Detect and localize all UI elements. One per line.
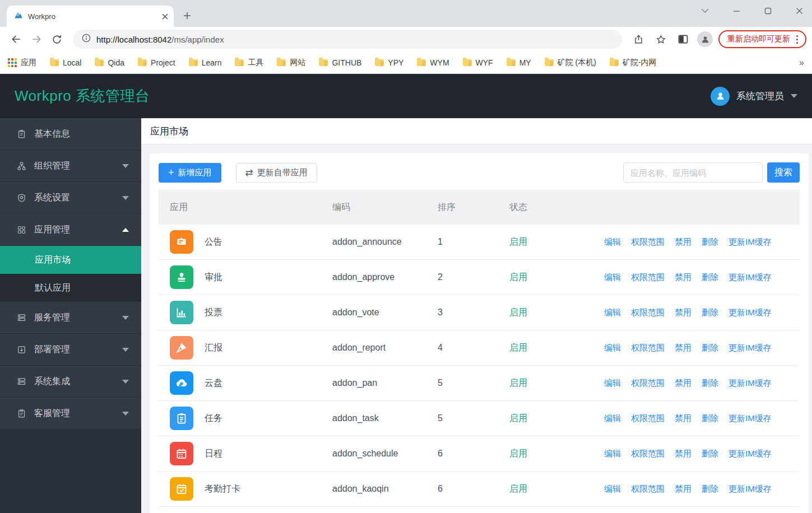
bookmark-item[interactable]: Learn — [189, 58, 222, 67]
org-chart-icon — [17, 161, 26, 171]
bookmark-item[interactable]: Project — [138, 58, 175, 67]
window-menu-chevron-icon[interactable] — [697, 2, 713, 19]
disable-link[interactable]: 禁用 — [675, 237, 692, 248]
user-menu[interactable]: 系统管理员 — [711, 87, 797, 106]
refresh-im-cache-link[interactable]: 更新IM缓存 — [729, 413, 772, 424]
browser-tab[interactable]: Workpro — [7, 6, 174, 27]
bookmark-item[interactable]: GITHUB — [319, 58, 361, 67]
disable-link[interactable]: 禁用 — [675, 378, 692, 389]
back-icon[interactable] — [8, 31, 25, 48]
sidebar-item-system-settings[interactable]: 系统设置 — [0, 182, 141, 214]
disable-link[interactable]: 禁用 — [675, 272, 692, 283]
permission-scope-link[interactable]: 权限范围 — [631, 378, 665, 389]
disable-link[interactable]: 禁用 — [675, 449, 692, 459]
bookmark-item[interactable]: Local — [50, 58, 81, 67]
chevron-down-icon — [122, 348, 129, 352]
sidebar-subitem-app-market[interactable]: 应用市场 — [0, 246, 141, 274]
tab-title: Workpro — [28, 12, 157, 21]
disable-link[interactable]: 禁用 — [675, 307, 692, 318]
bookmark-apps[interactable]: 应用 — [8, 58, 36, 68]
refresh-im-cache-link[interactable]: 更新IM缓存 — [729, 307, 772, 318]
chevron-down-icon — [122, 316, 129, 320]
delete-link[interactable]: 删除 — [702, 307, 718, 318]
refresh-im-cache-link[interactable]: 更新IM缓存 — [729, 343, 772, 353]
bookmark-item[interactable]: Qida — [95, 58, 124, 67]
app-sort: 5 — [438, 378, 509, 388]
edit-link[interactable]: 编辑 — [604, 237, 621, 248]
disable-link[interactable]: 禁用 — [675, 343, 692, 353]
refresh-im-cache-link[interactable]: 更新IM缓存 — [729, 237, 772, 248]
permission-scope-link[interactable]: 权限范围 — [631, 307, 665, 318]
forward-icon[interactable] — [28, 31, 45, 48]
refresh-im-cache-link[interactable]: 更新IM缓存 — [729, 484, 772, 495]
edit-link[interactable]: 编辑 — [604, 272, 621, 283]
disable-link[interactable]: 禁用 — [675, 413, 692, 424]
sidebar-item-organization[interactable]: 组织管理 — [0, 150, 141, 182]
sidebar-subitem-default-apps[interactable]: 默认应用 — [0, 274, 141, 302]
add-app-button[interactable]: + 新增应用 — [159, 163, 221, 183]
delete-link[interactable]: 删除 — [702, 449, 718, 459]
folder-icon — [277, 59, 286, 66]
delete-link[interactable]: 删除 — [702, 237, 718, 248]
permission-scope-link[interactable]: 权限范围 — [631, 343, 665, 353]
edit-link[interactable]: 编辑 — [604, 343, 621, 353]
chevron-down-icon — [791, 94, 797, 98]
edit-link[interactable]: 编辑 — [604, 484, 621, 495]
user-avatar[interactable] — [711, 87, 730, 106]
window-maximize-icon[interactable] — [759, 2, 776, 19]
edit-link[interactable]: 编辑 — [604, 413, 621, 424]
page-title: 应用市场 — [141, 118, 812, 144]
permission-scope-link[interactable]: 权限范围 — [631, 449, 665, 459]
bookmark-item[interactable]: WYF — [463, 58, 493, 67]
favorite-star-icon[interactable] — [652, 31, 669, 48]
permission-scope-link[interactable]: 权限范围 — [631, 413, 665, 424]
search-button[interactable]: 搜索 — [767, 162, 800, 183]
sidebar-item-customer-service[interactable]: 客服管理 — [0, 398, 141, 430]
window-close-icon[interactable] — [791, 2, 808, 19]
delete-link[interactable]: 删除 — [702, 413, 718, 424]
bookmark-item[interactable]: 矿院-内网 — [610, 58, 657, 68]
delete-link[interactable]: 删除 — [702, 484, 718, 495]
sidebar-item-basic-info[interactable]: 基本信息 — [0, 118, 141, 150]
app-sort: 6 — [438, 449, 509, 459]
new-tab-button[interactable] — [179, 8, 195, 24]
bookmark-item[interactable]: 网站 — [277, 58, 305, 68]
refresh-im-cache-link[interactable]: 更新IM缓存 — [729, 378, 772, 389]
sidebar-item-app-management[interactable]: 应用管理 — [0, 214, 141, 246]
delete-link[interactable]: 删除 — [702, 343, 718, 353]
sidebar-item-service-management[interactable]: 服务管理 — [0, 302, 141, 334]
reload-icon[interactable] — [48, 31, 65, 48]
bookmarks-overflow-chevron-icon[interactable]: » — [799, 58, 804, 68]
delete-link[interactable]: 删除 — [702, 272, 718, 283]
permission-scope-link[interactable]: 权限范围 — [631, 484, 665, 495]
update-builtin-apps-button[interactable]: ⇄ 更新自带应用 — [236, 163, 317, 183]
bookmark-item[interactable]: MY — [507, 58, 531, 67]
refresh-im-cache-link[interactable]: 更新IM缓存 — [729, 449, 772, 459]
search-input[interactable] — [623, 162, 763, 183]
share-icon[interactable] — [630, 31, 647, 48]
edit-link[interactable]: 编辑 — [604, 378, 621, 389]
refresh-im-cache-link[interactable]: 更新IM缓存 — [729, 272, 772, 283]
permission-scope-link[interactable]: 权限范围 — [631, 272, 665, 283]
column-header-app: 应用 — [159, 202, 332, 213]
url-bar[interactable]: http://localhost:8042/ms/app/index — [73, 30, 622, 49]
tab-close-icon[interactable] — [162, 13, 168, 20]
bookmark-item[interactable]: 矿院 (本机) — [545, 58, 596, 68]
bookmark-item[interactable]: 工具 — [235, 58, 263, 68]
permission-scope-link[interactable]: 权限范围 — [631, 237, 665, 248]
edit-link[interactable]: 编辑 — [604, 307, 621, 318]
edit-link[interactable]: 编辑 — [604, 449, 621, 459]
site-info-icon[interactable] — [82, 34, 91, 45]
window-minimize-icon[interactable] — [728, 2, 745, 19]
browser-menu-dots-icon[interactable] — [795, 35, 800, 44]
bookmark-item[interactable]: WYM — [417, 58, 449, 67]
browser-update-button[interactable]: 重新启动即可更新 — [718, 30, 806, 48]
browser-profile-avatar[interactable] — [697, 31, 713, 47]
delete-link[interactable]: 删除 — [702, 378, 718, 389]
bookmark-item[interactable]: YPY — [375, 58, 403, 67]
app-name: 云盘 — [205, 377, 222, 389]
disable-link[interactable]: 禁用 — [675, 484, 692, 495]
split-screen-icon[interactable] — [675, 31, 692, 48]
sidebar-item-deploy-management[interactable]: 部署管理 — [0, 334, 141, 366]
sidebar-item-system-integration[interactable]: 系统集成 — [0, 366, 141, 398]
